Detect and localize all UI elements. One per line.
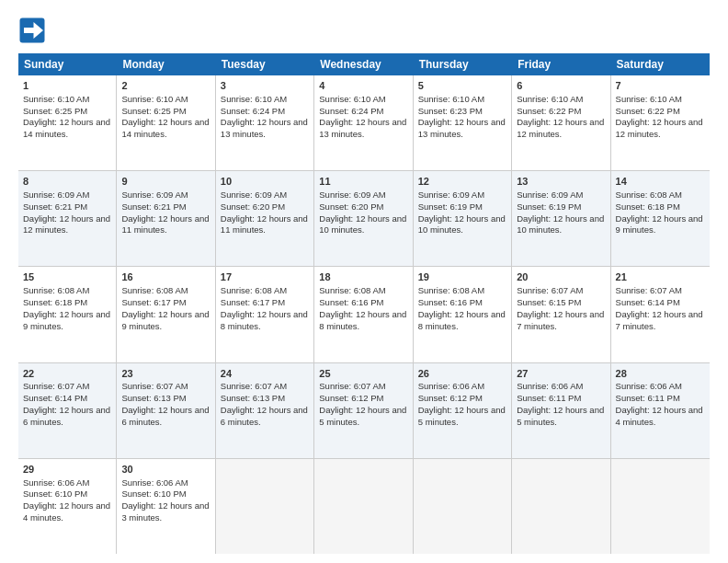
day-number: 13: [517, 175, 605, 189]
sunrise-label: Sunrise: 6:07 AM: [221, 381, 287, 391]
day-cell-26: 26 Sunrise: 6:06 AM Sunset: 6:12 PM Dayl…: [414, 363, 512, 458]
sunset-label: Sunset: 6:17 PM: [121, 297, 186, 307]
header: [18, 17, 710, 44]
day-number: 30: [121, 463, 210, 477]
day-number: 25: [319, 367, 407, 381]
sunrise-label: Sunrise: 6:06 AM: [121, 477, 188, 488]
day-cell-6: 6 Sunrise: 6:10 AM Sunset: 6:22 PM Dayli…: [512, 75, 610, 170]
empty-cell: [512, 459, 610, 554]
sunrise-label: Sunrise: 6:09 AM: [418, 190, 484, 200]
day-number: 17: [221, 270, 309, 284]
daylight-label: Daylight: 12 hours and 5 minutes.: [319, 405, 406, 427]
day-cell-7: 7 Sunrise: 6:10 AM Sunset: 6:22 PM Dayli…: [611, 75, 710, 170]
sunset-label: Sunset: 6:24 PM: [221, 106, 285, 116]
day-cell-29: 29 Sunrise: 6:06 AM Sunset: 6:10 PM Dayl…: [18, 459, 117, 554]
calendar-header: SundayMondayTuesdayWednesdayThursdayFrid…: [18, 53, 710, 75]
empty-cell: [611, 459, 710, 554]
daylight-label: Daylight: 12 hours and 5 minutes.: [517, 405, 604, 427]
daylight-label: Daylight: 12 hours and 8 minutes.: [221, 309, 308, 331]
day-cell-27: 27 Sunrise: 6:06 AM Sunset: 6:11 PM Dayl…: [512, 363, 610, 458]
day-number: 4: [319, 79, 407, 93]
day-header-sunday: Sunday: [18, 53, 117, 75]
sunset-label: Sunset: 6:21 PM: [121, 201, 186, 212]
sunset-label: Sunset: 6:11 PM: [517, 393, 581, 403]
sunrise-label: Sunrise: 6:06 AM: [517, 381, 583, 391]
calendar-week-1: 1 Sunrise: 6:10 AM Sunset: 6:25 PM Dayli…: [18, 75, 710, 171]
day-number: 3: [221, 79, 309, 93]
day-number: 14: [616, 175, 705, 189]
sunrise-label: Sunrise: 6:09 AM: [121, 190, 188, 200]
sunrise-label: Sunrise: 6:10 AM: [221, 94, 287, 104]
sunrise-label: Sunrise: 6:06 AM: [23, 477, 89, 488]
daylight-label: Daylight: 12 hours and 12 minutes.: [23, 213, 110, 236]
day-cell-11: 11 Sunrise: 6:09 AM Sunset: 6:20 PM Dayl…: [314, 171, 413, 266]
sunrise-label: Sunrise: 6:10 AM: [23, 94, 89, 104]
day-number: 12: [418, 175, 506, 189]
sunset-label: Sunset: 6:22 PM: [616, 106, 680, 116]
day-number: 22: [23, 367, 111, 381]
daylight-label: Daylight: 12 hours and 4 minutes.: [616, 405, 703, 427]
sunrise-label: Sunrise: 6:10 AM: [517, 94, 583, 104]
daylight-label: Daylight: 12 hours and 6 minutes.: [23, 405, 110, 427]
day-cell-4: 4 Sunrise: 6:10 AM Sunset: 6:24 PM Dayli…: [314, 75, 413, 170]
day-number: 18: [319, 270, 407, 284]
day-number: 2: [121, 79, 210, 93]
sunset-label: Sunset: 6:14 PM: [23, 393, 87, 403]
calendar: SundayMondayTuesdayWednesdayThursdayFrid…: [18, 53, 710, 554]
calendar-week-5: 29 Sunrise: 6:06 AM Sunset: 6:10 PM Dayl…: [18, 459, 710, 554]
day-number: 15: [23, 270, 111, 284]
daylight-label: Daylight: 12 hours and 7 minutes.: [616, 309, 703, 331]
day-cell-8: 8 Sunrise: 6:09 AM Sunset: 6:21 PM Dayli…: [18, 171, 117, 266]
daylight-label: Daylight: 12 hours and 11 minutes.: [121, 213, 209, 236]
day-number: 10: [221, 175, 309, 189]
day-cell-9: 9 Sunrise: 6:09 AM Sunset: 6:21 PM Dayli…: [117, 171, 215, 266]
day-number: 21: [616, 270, 705, 284]
day-number: 27: [517, 367, 605, 381]
daylight-label: Daylight: 12 hours and 8 minutes.: [319, 309, 406, 331]
sunrise-label: Sunrise: 6:09 AM: [517, 190, 583, 200]
sunset-label: Sunset: 6:13 PM: [221, 393, 285, 403]
sunset-label: Sunset: 6:19 PM: [418, 201, 483, 212]
daylight-label: Daylight: 12 hours and 6 minutes.: [121, 405, 209, 427]
day-cell-12: 12 Sunrise: 6:09 AM Sunset: 6:19 PM Dayl…: [414, 171, 512, 266]
day-cell-1: 1 Sunrise: 6:10 AM Sunset: 6:25 PM Dayli…: [18, 75, 117, 170]
day-cell-5: 5 Sunrise: 6:10 AM Sunset: 6:23 PM Dayli…: [414, 75, 512, 170]
day-header-thursday: Thursday: [414, 53, 512, 75]
day-number: 19: [418, 270, 506, 284]
daylight-label: Daylight: 12 hours and 10 minutes.: [319, 213, 406, 236]
sunrise-label: Sunrise: 6:09 AM: [319, 190, 385, 200]
sunrise-label: Sunrise: 6:08 AM: [418, 285, 484, 295]
day-header-wednesday: Wednesday: [314, 53, 413, 75]
sunset-label: Sunset: 6:15 PM: [517, 297, 581, 307]
sunrise-label: Sunrise: 6:07 AM: [23, 381, 89, 391]
daylight-label: Daylight: 12 hours and 7 minutes.: [517, 309, 604, 331]
day-number: 8: [23, 175, 111, 189]
calendar-week-2: 8 Sunrise: 6:09 AM Sunset: 6:21 PM Dayli…: [18, 171, 710, 267]
sunrise-label: Sunrise: 6:10 AM: [616, 94, 682, 104]
sunset-label: Sunset: 6:18 PM: [23, 297, 87, 307]
daylight-label: Daylight: 12 hours and 10 minutes.: [418, 213, 506, 236]
day-cell-17: 17 Sunrise: 6:08 AM Sunset: 6:17 PM Dayl…: [216, 267, 314, 362]
sunrise-label: Sunrise: 6:07 AM: [319, 381, 385, 391]
day-cell-13: 13 Sunrise: 6:09 AM Sunset: 6:19 PM Dayl…: [512, 171, 610, 266]
sunset-label: Sunset: 6:22 PM: [517, 106, 581, 116]
day-number: 26: [418, 367, 506, 381]
sunrise-label: Sunrise: 6:09 AM: [221, 190, 287, 200]
sunset-label: Sunset: 6:19 PM: [517, 201, 581, 212]
empty-cell: [414, 459, 512, 554]
day-number: 24: [221, 367, 309, 381]
daylight-label: Daylight: 12 hours and 8 minutes.: [418, 309, 506, 331]
daylight-label: Daylight: 12 hours and 3 minutes.: [121, 500, 209, 523]
sunrise-label: Sunrise: 6:08 AM: [121, 285, 188, 295]
day-number: 6: [517, 79, 605, 93]
day-cell-18: 18 Sunrise: 6:08 AM Sunset: 6:16 PM Dayl…: [314, 267, 413, 362]
sunset-label: Sunset: 6:23 PM: [418, 106, 483, 116]
day-number: 7: [616, 79, 705, 93]
sunset-label: Sunset: 6:12 PM: [319, 393, 383, 403]
sunrise-label: Sunrise: 6:08 AM: [23, 285, 89, 295]
daylight-label: Daylight: 12 hours and 4 minutes.: [23, 500, 110, 523]
sunset-label: Sunset: 6:11 PM: [616, 393, 680, 403]
sunset-label: Sunset: 6:25 PM: [121, 106, 186, 116]
sunrise-label: Sunrise: 6:08 AM: [616, 190, 682, 200]
calendar-week-4: 22 Sunrise: 6:07 AM Sunset: 6:14 PM Dayl…: [18, 363, 710, 459]
